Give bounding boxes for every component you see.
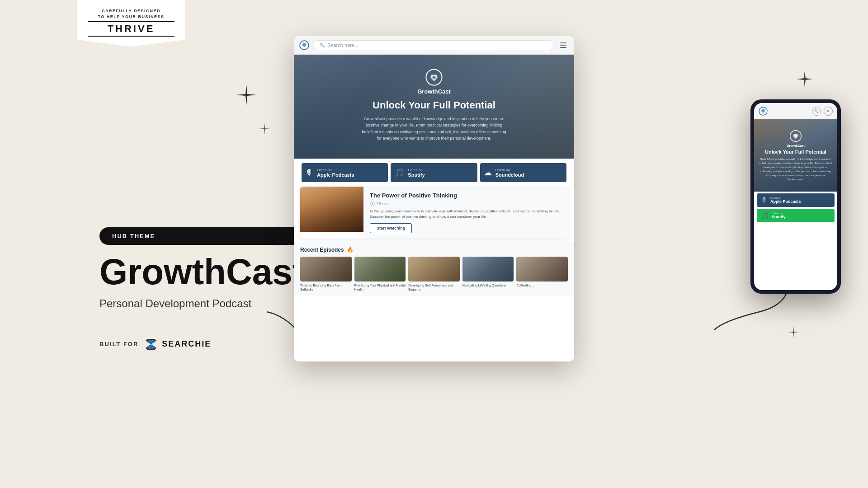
- mobile-browser-bar: 🔍 ≡: [754, 103, 837, 119]
- hub-theme-badge: HUB THEME: [99, 227, 304, 245]
- growthcast-icon: [425, 68, 443, 86]
- spotify-button[interactable]: 🎵 Listen on Spotify: [391, 163, 477, 182]
- mobile-hero-description: GrowthCast provides a wealth of knowledg…: [759, 157, 833, 182]
- episode-thumb-4: [462, 257, 514, 282]
- mobile-apple-label: Listen on Apple Podcasts: [770, 197, 801, 204]
- list-item: Tools for Bouncing Back from Setbacks: [300, 257, 352, 291]
- browser-bar: 🔍 Search here...: [294, 36, 574, 55]
- main-title: GrowthCast: [99, 254, 304, 290]
- list-item: Cultivating...: [516, 257, 568, 291]
- spotify-icon: 🎵: [394, 168, 404, 178]
- mobile-hero: GrowthCast Unlock Your Full Potential Gr…: [754, 119, 837, 192]
- soundcloud-listen-on-label: Listen on: [495, 168, 524, 172]
- start-watching-button[interactable]: Start Watching: [370, 223, 412, 233]
- episode-title-1: Tools for Bouncing Back from Setbacks: [300, 283, 352, 291]
- featured-person-image: [300, 187, 363, 232]
- list-item: Prioritizing Your Physical and Mental He…: [354, 257, 406, 291]
- apple-listen-on-label: Listen on: [317, 168, 354, 172]
- mobile-spotify-listen-on: Listen on: [772, 212, 786, 215]
- episode-thumb-5: [516, 257, 568, 282]
- deco-star-1: [235, 84, 258, 106]
- hero-title: Unlock Your Full Potential: [303, 99, 565, 111]
- soundcloud-button[interactable]: ☁ Listen on Soundcloud: [480, 163, 566, 182]
- soundcloud-icon: ☁: [484, 168, 492, 178]
- apple-podcasts-button[interactable]: 🎙 Listen on Apple Podcasts: [302, 163, 388, 182]
- menu-line-1: [560, 42, 566, 43]
- mobile-brand-name: GrowthCast: [787, 144, 805, 147]
- built-for-label: BUILT FOR: [99, 341, 138, 347]
- searchie-text: SEARCHIE: [162, 339, 211, 349]
- searchie-icon: [144, 337, 158, 352]
- apple-platform-name: Apple Podcasts: [317, 172, 354, 178]
- growthcast-logo-hero: GrowthCast: [303, 68, 565, 95]
- menu-line-2: [560, 45, 566, 46]
- mobile-mockup: 🔍 ≡ GrowthCast Unlock Your Full Potentia…: [750, 99, 841, 294]
- mobile-hero-overlay: GrowthCast Unlock Your Full Potential Gr…: [754, 119, 837, 192]
- mobile-growthcast-icon: [789, 130, 802, 142]
- episode-title-2: Prioritizing Your Physical and Mental He…: [354, 283, 406, 291]
- searchie-logo: SEARCHIE: [144, 337, 211, 352]
- mobile-search-icon[interactable]: 🔍: [812, 107, 821, 116]
- mobile-spotify-label: Listen on Spotify: [772, 212, 786, 219]
- deco-star-2: [258, 122, 271, 136]
- featured-episode-description: In this episode, you'll learn how to cul…: [370, 209, 561, 220]
- soundcloud-text: Listen on Soundcloud: [495, 168, 524, 178]
- episode-title-5: Cultivating...: [516, 283, 568, 287]
- mobile-screen: 🔍 ≡ GrowthCast Unlock Your Full Potentia…: [754, 103, 837, 290]
- mobile-spotify-button[interactable]: 🎵 Listen on Spotify: [757, 209, 835, 222]
- browser-search-placeholder: Search here...: [327, 42, 359, 48]
- apple-podcasts-icon: 🎙: [305, 168, 313, 178]
- featured-episode-info: The Power of Positive Thinking 🕐 15 sec …: [363, 187, 568, 239]
- hero-content: GrowthCast Unlock Your Full Potential Gr…: [303, 68, 565, 142]
- podcast-buttons-row: 🎙 Listen on Apple Podcasts 🎵 Listen on S…: [300, 163, 568, 182]
- list-item: Developing Self-Awareness and Empathy: [408, 257, 460, 291]
- hero-section: GrowthCast Unlock Your Full Potential Gr…: [294, 55, 574, 159]
- spotify-text: Listen on Spotify: [408, 168, 425, 178]
- recent-episodes-section: Recent Episodes 🔥 Tools for Bouncing Bac…: [294, 242, 574, 296]
- mobile-apple-listen-on: Listen on: [770, 197, 801, 199]
- hero-brand-name: GrowthCast: [417, 88, 451, 95]
- episode-thumb-3: [408, 257, 460, 282]
- browser-menu-icon[interactable]: [558, 40, 569, 51]
- episode-thumb-2: [354, 257, 406, 282]
- soundcloud-platform-name: Soundcloud: [495, 172, 524, 178]
- mobile-spotify-icon: 🎵: [761, 212, 769, 219]
- mobile-menu-icon[interactable]: ≡: [824, 107, 833, 116]
- mobile-apple-platform: Apple Podcasts: [770, 199, 801, 204]
- left-panel: HUB THEME GrowthCast Personal Developmen…: [0, 0, 289, 488]
- mobile-apple-icon: 🎙: [761, 197, 768, 204]
- mockup-area: 🔍 Search here... GrowthCas: [289, 0, 868, 488]
- apple-podcasts-text: Listen on Apple Podcasts: [317, 168, 354, 178]
- menu-line-3: [560, 47, 566, 48]
- mobile-logo-icon: [759, 107, 768, 116]
- spotify-listen-on-label: Listen on: [408, 168, 425, 172]
- featured-thumbnail: [300, 187, 363, 232]
- fire-emoji: 🔥: [347, 247, 354, 253]
- episode-title-4: Navigating Life's Big Questions: [462, 283, 514, 287]
- featured-episode-card: The Power of Positive Thinking 🕐 15 sec …: [300, 187, 568, 239]
- browser-search-bar[interactable]: 🔍 Search here...: [313, 40, 554, 50]
- episode-thumb-1: [300, 257, 352, 282]
- mobile-icons: 🔍 ≡: [812, 107, 833, 116]
- episode-title-3: Developing Self-Awareness and Empathy: [408, 283, 460, 291]
- mobile-apple-podcasts-button[interactable]: 🎙 Listen on Apple Podcasts: [757, 193, 835, 207]
- svg-marker-1: [146, 340, 156, 349]
- spotify-platform-name: Spotify: [408, 172, 425, 178]
- list-item: Navigating Life's Big Questions: [462, 257, 514, 291]
- featured-episode-title: The Power of Positive Thinking: [370, 192, 561, 199]
- recent-episodes-grid: Tools for Bouncing Back from Setbacks Pr…: [300, 257, 568, 291]
- mobile-hero-title: Unlock Your Full Potential: [765, 149, 826, 155]
- mobile-spotify-platform: Spotify: [772, 215, 786, 219]
- featured-episode-duration: 🕐 15 sec: [370, 202, 561, 206]
- desktop-mockup: 🔍 Search here... GrowthCas: [294, 36, 574, 361]
- browser-logo-icon: [299, 40, 309, 50]
- hero-description: GrowthCast provides a wealth of knowledg…: [362, 116, 506, 142]
- recent-episodes-title: Recent Episodes 🔥: [300, 247, 568, 253]
